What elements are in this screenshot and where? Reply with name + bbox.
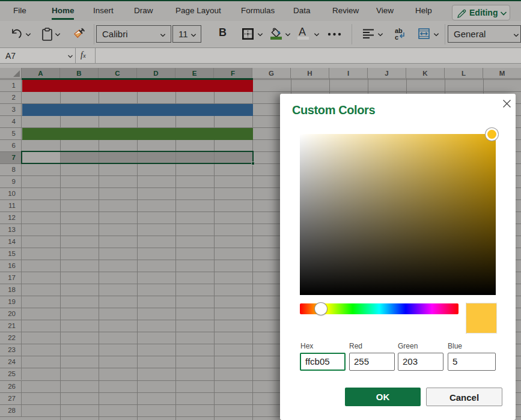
svg-text:c: c — [395, 34, 398, 41]
